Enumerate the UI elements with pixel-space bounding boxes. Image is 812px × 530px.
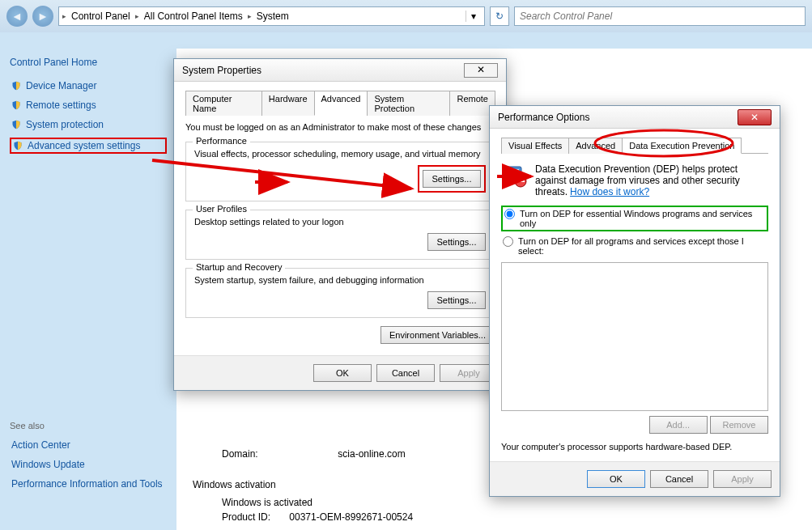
nav-label: Advanced system settings xyxy=(28,140,140,151)
dep-exclusion-list[interactable] xyxy=(501,262,768,411)
cancel-button[interactable]: Cancel xyxy=(650,470,708,488)
group-desc: Visual effects, processor scheduling, me… xyxy=(194,149,486,159)
tab-visual-effects[interactable]: Visual Effects xyxy=(501,138,569,154)
svg-rect-3 xyxy=(517,180,525,182)
nav-forward-button[interactable]: ► xyxy=(32,6,53,27)
see-also-action-center[interactable]: Action Center xyxy=(10,439,167,452)
user-profiles-group: User Profiles Desktop settings related t… xyxy=(185,210,495,260)
dialog-titlebar[interactable]: System Properties ✕ xyxy=(174,59,506,82)
breadcrumb-segment[interactable]: System xyxy=(253,11,292,22)
tab-advanced[interactable]: Advanced xyxy=(568,138,623,154)
tab-hardware[interactable]: Hardware xyxy=(261,91,315,116)
dep-description: Data Execution Prevention (DEP) helps pr… xyxy=(535,164,740,197)
tab-strip: Visual Effects Advanced Data Execution P… xyxy=(501,137,768,154)
product-id-label: Product ID: xyxy=(222,511,287,523)
startup-recovery-group: Startup and Recovery System startup, sys… xyxy=(185,268,495,318)
group-desc: System startup, system failure, and debu… xyxy=(194,275,486,285)
nav-label: System protection xyxy=(26,119,104,130)
remove-button[interactable]: Remove xyxy=(710,416,768,434)
nav-remote-settings[interactable]: Remote settings xyxy=(10,99,167,112)
address-bar[interactable]: ▸ Control Panel ▸ All Control Panel Item… xyxy=(58,6,485,26)
performance-group: Performance Visual effects, processor sc… xyxy=(185,142,495,201)
dialog-title: System Properties xyxy=(182,65,261,76)
activation-status: Windows is activated xyxy=(222,497,796,508)
admin-notice: You must be logged on as an Administrato… xyxy=(185,122,495,132)
radio-label: Turn on DEP for all programs and service… xyxy=(518,236,767,256)
dep-radio-essential[interactable]: Turn on DEP for essential Windows progra… xyxy=(501,206,768,231)
address-dropdown[interactable]: ▾ xyxy=(466,11,481,22)
dep-footer-text: Your computer's processor supports hardw… xyxy=(501,442,768,452)
tab-system-protection[interactable]: System Protection xyxy=(367,91,450,116)
left-nav: Control Panel Home Device Manager Remote… xyxy=(0,49,176,505)
product-id-value: 00371-OEM-8992671-00524 xyxy=(289,511,413,523)
dialog-buttons: OK Cancel Apply xyxy=(174,355,506,390)
ok-button[interactable]: OK xyxy=(313,364,372,382)
nav-label: Device Manager xyxy=(26,80,96,91)
search-input[interactable] xyxy=(520,11,800,22)
group-title: Startup and Recovery xyxy=(193,262,285,272)
breadcrumb-segment[interactable]: All Control Panel Items xyxy=(141,11,246,22)
tab-dep[interactable]: Data Execution Prevention xyxy=(622,138,742,154)
nav-label: Remote settings xyxy=(26,100,96,111)
nav-device-manager[interactable]: Device Manager xyxy=(10,79,167,92)
ok-button[interactable]: OK xyxy=(587,470,645,488)
performance-options-dialog: Performance Options ✕ Visual Effects Adv… xyxy=(489,105,780,497)
shield-icon xyxy=(11,81,21,91)
dialog-title: Performance Options xyxy=(498,112,589,123)
apply-button[interactable]: Apply xyxy=(713,470,772,488)
chevron-right-icon: ▸ xyxy=(248,12,252,20)
close-button[interactable]: ✕ xyxy=(738,109,772,125)
group-title: Performance xyxy=(193,136,250,146)
nav-advanced-system-settings[interactable]: Advanced system settings xyxy=(10,138,167,154)
radio-input[interactable] xyxy=(503,236,513,247)
dep-radio-all-except[interactable]: Turn on DEP for all programs and service… xyxy=(501,235,768,257)
tab-strip: Computer Name Hardware Advanced System P… xyxy=(185,90,495,116)
tab-advanced[interactable]: Advanced xyxy=(314,91,368,116)
performance-settings-button[interactable]: Settings... xyxy=(423,170,481,188)
chevron-right-icon: ▸ xyxy=(135,12,139,20)
dep-icon xyxy=(501,163,527,189)
location-icon: ▸ xyxy=(62,12,66,20)
shield-icon xyxy=(11,120,21,129)
domain-value: scia-online.com xyxy=(338,448,405,460)
close-button[interactable]: ✕ xyxy=(464,63,498,78)
refresh-button[interactable]: ↻ xyxy=(490,6,509,26)
breadcrumb-segment[interactable]: Control Panel xyxy=(68,11,134,22)
dialog-buttons: OK Cancel Apply xyxy=(490,461,780,496)
group-desc: Desktop settings related to your logon xyxy=(194,217,486,227)
shield-icon xyxy=(13,141,23,151)
dep-help-link[interactable]: How does it work? xyxy=(570,186,649,197)
dialog-titlebar[interactable]: Performance Options ✕ xyxy=(490,106,780,129)
see-also-perf-info[interactable]: Performance Information and Tools xyxy=(10,477,167,490)
see-also-windows-update[interactable]: Windows Update xyxy=(10,458,167,471)
add-button[interactable]: Add... xyxy=(649,416,708,434)
svg-rect-1 xyxy=(506,169,519,177)
nav-back-button[interactable]: ◄ xyxy=(6,6,28,27)
domain-label: Domain: xyxy=(222,448,335,460)
search-box[interactable] xyxy=(514,6,806,26)
cancel-button[interactable]: Cancel xyxy=(376,364,435,382)
radio-input[interactable] xyxy=(504,209,515,219)
shield-icon xyxy=(11,100,21,110)
see-also-heading: See also xyxy=(10,421,167,430)
user-profiles-settings-button[interactable]: Settings... xyxy=(427,233,486,251)
system-properties-dialog: System Properties ✕ Computer Name Hardwa… xyxy=(173,58,507,391)
startup-settings-button[interactable]: Settings... xyxy=(427,291,486,309)
group-title: User Profiles xyxy=(193,204,250,214)
nav-system-protection[interactable]: System protection xyxy=(10,118,167,131)
tab-computer-name[interactable]: Computer Name xyxy=(185,91,262,116)
explorer-toolbar: ◄ ► ▸ Control Panel ▸ All Control Panel … xyxy=(0,0,812,32)
control-panel-home-link[interactable]: Control Panel Home xyxy=(10,57,167,68)
product-id-row: Product ID: 00371-OEM-8992671-00524 xyxy=(222,511,796,523)
environment-variables-button[interactable]: Environment Variables... xyxy=(380,326,495,344)
radio-label: Turn on DEP for essential Windows progra… xyxy=(520,209,765,228)
